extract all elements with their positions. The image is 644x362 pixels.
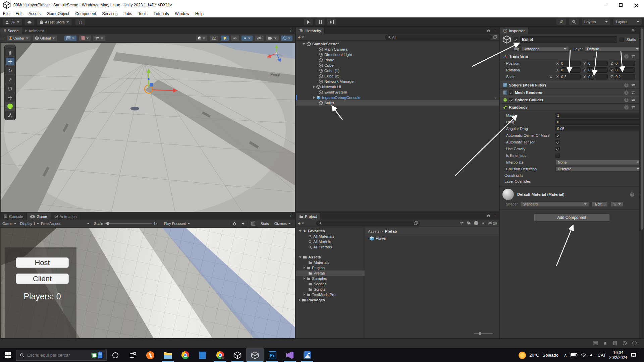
favorite-item[interactable]: All Prefabs xyxy=(296,244,365,250)
asset-zoom-slider[interactable] xyxy=(474,332,493,335)
tools-drag-handle[interactable] xyxy=(7,46,13,47)
play-focused-dropdown[interactable]: Play Focused xyxy=(164,222,190,226)
menu-edit[interactable]: Edit xyxy=(12,11,25,16)
game-viewport[interactable]: Host Client Players: 0 xyxy=(1,228,295,338)
folder-item-selected[interactable]: Prefab xyxy=(296,270,365,276)
link-off-icon[interactable] xyxy=(549,75,553,79)
tab-inspector[interactable]: i Inspector xyxy=(500,27,528,34)
undo-history-button[interactable]: ↺ xyxy=(556,18,566,25)
presets-icon[interactable] xyxy=(631,54,635,58)
packages-root[interactable]: Packages xyxy=(296,297,365,303)
help-icon[interactable]: ? xyxy=(624,105,629,110)
display-target-dropdown[interactable]: Game xyxy=(2,222,16,226)
help-icon[interactable]: ? xyxy=(624,98,629,102)
angular-drag-field[interactable] xyxy=(555,126,642,131)
scene-effects-dropdown[interactable]: ★ xyxy=(241,35,253,41)
help-icon[interactable]: ? xyxy=(624,83,629,87)
notification-center-icon[interactable] xyxy=(631,353,637,358)
tab-game[interactable]: Game xyxy=(27,213,51,220)
taskbar-xampp[interactable] xyxy=(142,348,159,362)
menu-services[interactable]: Services xyxy=(99,11,120,16)
inspector-scrollbar-thumb[interactable] xyxy=(641,28,643,230)
clock[interactable]: 16:34 20/2/2024 xyxy=(609,350,627,360)
activity-clock-icon[interactable] xyxy=(623,341,627,345)
scale-tool-button[interactable]: ↗ xyxy=(5,75,15,83)
hierarchy-item[interactable]: EventSystem xyxy=(296,89,499,95)
interpolate-dropdown[interactable]: None xyxy=(555,160,642,165)
tag-dropdown[interactable]: Untagged xyxy=(521,46,569,52)
weather-sun-icon[interactable] xyxy=(519,352,526,359)
move-tool-button[interactable] xyxy=(5,57,15,65)
taskbar-vscode[interactable] xyxy=(194,348,211,362)
increment-snap-toggle[interactable] xyxy=(78,35,91,41)
cloud-services-button[interactable] xyxy=(24,19,35,25)
start-button[interactable] xyxy=(0,348,16,362)
tray-temperature[interactable]: 20°C xyxy=(529,353,539,358)
hand-tool-button[interactable] xyxy=(5,48,15,56)
menu-file[interactable]: File xyxy=(0,11,12,16)
prefab-open-chevron-icon[interactable]: › xyxy=(495,96,496,100)
taskbar-chrome-profile[interactable] xyxy=(211,348,229,362)
scene-visibility-toggle[interactable] xyxy=(255,35,264,41)
preferences-target-button[interactable]: ◎ xyxy=(75,19,85,25)
shader-edit-button[interactable]: Edit... xyxy=(592,201,608,207)
add-component-button[interactable]: Add Component xyxy=(534,214,609,221)
project-search[interactable] xyxy=(316,221,420,226)
position-z-field[interactable] xyxy=(614,61,635,66)
position-x-field[interactable] xyxy=(559,61,581,66)
menu-window[interactable]: Window xyxy=(172,11,192,16)
close-button[interactable] xyxy=(629,0,644,10)
folder-item[interactable]: Materials xyxy=(296,260,365,265)
cortana-button[interactable] xyxy=(107,348,124,362)
mute-audio-button[interactable] xyxy=(240,221,248,227)
tab-console[interactable]: Console xyxy=(0,213,27,220)
mass-field[interactable] xyxy=(555,113,642,118)
host-button[interactable]: Host xyxy=(16,257,69,268)
mesh-filter-header[interactable]: Sphere (Mesh Filter) ? ⋮ xyxy=(500,81,644,89)
console-message-icon[interactable] xyxy=(613,341,617,345)
hierarchy-item[interactable]: Network UI xyxy=(296,84,499,89)
tab-hierarchy[interactable]: Hierarchy xyxy=(296,27,325,34)
hidden-icons-chevron-icon[interactable]: ∧ xyxy=(564,353,567,357)
project-search-input[interactable] xyxy=(323,221,413,225)
rotation-z-field[interactable] xyxy=(614,67,635,73)
collab-grid-icon[interactable] xyxy=(593,341,598,345)
scene-viewport[interactable]: Persp xyxy=(1,43,295,212)
hierarchy-item[interactable]: Cube (1) xyxy=(296,68,499,73)
taskbar-photos[interactable] xyxy=(299,348,316,362)
layer-overrides-foldout[interactable]: Layer Overrides xyxy=(500,178,644,184)
asset-store-button[interactable]: Asset Store xyxy=(37,19,72,25)
transform-header[interactable]: Transform ? ⋮ xyxy=(500,53,644,60)
taskbar-photoshop[interactable]: Ps xyxy=(264,348,281,362)
asset-item-player[interactable]: Player xyxy=(365,235,499,242)
rigidbody-header[interactable]: Rigidbody ? ⋮ xyxy=(500,104,644,111)
game-menu-kebab-icon[interactable]: ⋮ xyxy=(289,213,293,217)
use-gravity-checkbox[interactable] xyxy=(555,147,560,151)
account-dropdown[interactable]: JF xyxy=(2,19,22,25)
step-button[interactable] xyxy=(327,18,336,25)
help-icon[interactable]: ? xyxy=(624,90,629,95)
material-list-button[interactable] xyxy=(610,201,623,207)
minimize-button[interactable] xyxy=(598,0,613,10)
lock-icon[interactable] xyxy=(487,214,490,217)
taskbar-explorer[interactable] xyxy=(159,348,176,362)
menu-jobs[interactable]: Jobs xyxy=(120,11,135,16)
assets-root[interactable]: Assets xyxy=(296,254,365,260)
breadcrumb-root[interactable]: Assets xyxy=(368,229,380,233)
hierarchy-item[interactable]: Main Camera xyxy=(296,47,499,52)
shader-dropdown[interactable]: Standard xyxy=(520,201,589,207)
folder-item[interactable]: Scenes xyxy=(296,281,365,287)
notifications-bell-icon[interactable] xyxy=(603,341,607,345)
taskbar-unity-hub[interactable] xyxy=(229,348,246,362)
picker-icon[interactable] xyxy=(414,221,418,225)
active-checkbox[interactable] xyxy=(514,38,518,42)
menu-tools[interactable]: Tools xyxy=(135,11,151,16)
rotation-y-field[interactable] xyxy=(587,67,608,73)
project-menu-kebab-icon[interactable]: ⋮ xyxy=(493,213,497,217)
mesh-renderer-header[interactable]: Mesh Renderer ? ⋮ xyxy=(500,89,644,96)
lock-icon[interactable] xyxy=(631,28,635,32)
component-enabled-checkbox[interactable] xyxy=(509,90,513,95)
transform-tool-button[interactable] xyxy=(5,94,15,102)
tab-project[interactable]: Project xyxy=(296,213,321,220)
game-gizmos-dropdown[interactable]: Gizmos xyxy=(272,221,293,227)
